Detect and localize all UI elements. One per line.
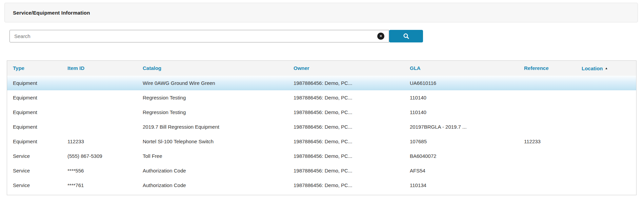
table-row[interactable]: Service (555) 867-5309 Toll Free 1987886…: [7, 149, 636, 163]
table-header-row: Type Item ID Catalog Owner GLA Reference…: [7, 61, 636, 76]
cell-type: Service: [13, 149, 67, 163]
table-row[interactable]: Service ****761 Authorization Code 19878…: [7, 178, 636, 192]
clear-search-icon[interactable]: ✕: [377, 33, 384, 40]
search-button[interactable]: [389, 30, 423, 42]
search-input[interactable]: [9, 30, 389, 42]
cell-reference: 112233: [524, 134, 582, 149]
column-label: Item ID: [67, 65, 84, 71]
table-row[interactable]: Equipment 112233 Nortel Sl-100 Telephone…: [7, 134, 636, 149]
cell-location: [582, 105, 636, 120]
cell-catalog: Regression Testing: [143, 105, 294, 120]
cell-catalog: Wire 0AWG Ground Wire Green: [143, 76, 294, 90]
cell-owner: 1987886456: Demo, PC...: [294, 120, 410, 134]
cell-catalog: 2019.7 Bill Regression Equipment: [143, 120, 294, 134]
cell-type: Equipment: [13, 134, 67, 149]
sort-asc-icon: ▲: [605, 61, 608, 76]
cell-catalog: Nortel Sl-100 Telephone Switch: [143, 134, 294, 149]
cell-item-id: ****761: [67, 178, 143, 192]
column-label: Catalog: [143, 65, 161, 71]
cell-reference: [524, 163, 582, 178]
cell-type: Equipment: [13, 90, 67, 105]
column-label: GLA: [410, 65, 421, 71]
cell-location: [582, 120, 636, 134]
cell-location: [582, 149, 636, 163]
table-row[interactable]: Equipment Wire 0AWG Ground Wire Green 19…: [7, 76, 636, 90]
cell-type: Equipment: [13, 105, 67, 120]
table-row[interactable]: Equipment 2019.7 Bill Regression Equipme…: [7, 120, 636, 134]
column-header-item-id[interactable]: Item ID: [67, 61, 143, 76]
cell-gla: 110140: [410, 90, 524, 105]
cell-location: [582, 163, 636, 178]
cell-catalog: Authorization Code: [143, 163, 294, 178]
cell-owner: 1987886456: Demo, PC...: [294, 178, 410, 192]
cell-item-id: [67, 90, 143, 105]
cell-reference: [524, 120, 582, 134]
column-label: Reference: [524, 65, 549, 71]
cell-location: [582, 76, 636, 90]
column-header-location[interactable]: Location▲: [582, 61, 636, 76]
cell-gla: BA6040072: [410, 149, 524, 163]
equipment-table: Type Item ID Catalog Owner GLA Reference…: [7, 60, 637, 195]
column-header-catalog[interactable]: Catalog: [143, 61, 294, 76]
cell-location: [582, 90, 636, 105]
cell-reference: [524, 105, 582, 120]
cell-owner: 1987886456: Demo, PC...: [294, 149, 410, 163]
cell-reference: [524, 76, 582, 90]
cell-owner: 1987886456: Demo, PC...: [294, 105, 410, 120]
cell-reference: [524, 149, 582, 163]
column-header-type[interactable]: Type: [13, 61, 67, 76]
column-label: Type: [13, 65, 24, 71]
cell-item-id: 112233: [67, 134, 143, 149]
cell-gla: 20197BRGLA - 2019.7 ...: [410, 120, 524, 134]
page-title: Service/Equipment Information: [13, 10, 90, 16]
cell-item-id: [67, 105, 143, 120]
column-header-owner[interactable]: Owner: [294, 61, 410, 76]
cell-reference: [524, 90, 582, 105]
cell-gla: 110134: [410, 178, 524, 192]
cell-catalog: Authorization Code: [143, 178, 294, 192]
cell-type: Service: [13, 163, 67, 178]
cell-gla: 110140: [410, 105, 524, 120]
column-label: Owner: [294, 65, 309, 71]
panel-header: Service/Equipment Information: [4, 3, 638, 22]
cell-item-id: [67, 120, 143, 134]
cell-type: Service: [13, 178, 67, 192]
cell-type: Equipment: [13, 120, 67, 134]
cell-gla: AFS54: [410, 163, 524, 178]
cell-location: [582, 134, 636, 149]
cell-gla: UA6610116: [410, 76, 524, 90]
cell-item-id: ****556: [67, 163, 143, 178]
search-icon: [403, 33, 409, 39]
cell-item-id: (555) 867-5309: [67, 149, 143, 163]
cell-location: [582, 178, 636, 192]
cell-owner: 1987886456: Demo, PC...: [294, 76, 410, 90]
cell-type: Equipment: [13, 76, 67, 90]
table-row[interactable]: Service ****556 Authorization Code 19878…: [7, 163, 636, 178]
cell-gla: 107685: [410, 134, 524, 149]
cell-owner: 1987886456: Demo, PC...: [294, 163, 410, 178]
cell-catalog: Regression Testing: [143, 90, 294, 105]
cell-owner: 1987886456: Demo, PC...: [294, 134, 410, 149]
table-row[interactable]: Equipment Regression Testing 1987886456:…: [7, 105, 636, 120]
column-header-reference[interactable]: Reference: [524, 61, 582, 76]
column-label: Location: [582, 66, 603, 71]
cell-item-id: [67, 76, 143, 90]
table-row[interactable]: Equipment Regression Testing 1987886456:…: [7, 90, 636, 105]
cell-reference: [524, 178, 582, 192]
cell-catalog: Toll Free: [143, 149, 294, 163]
column-header-gla[interactable]: GLA: [410, 61, 524, 76]
cell-owner: 1987886456: Demo, PC...: [294, 90, 410, 105]
